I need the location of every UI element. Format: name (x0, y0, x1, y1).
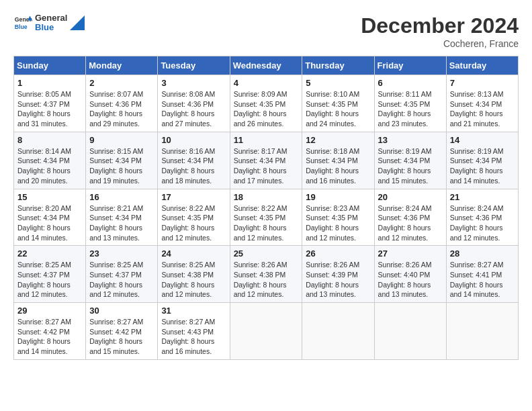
cell-info: Sunrise: 8:20 AM Sunset: 4:34 PM Dayligh… (17, 203, 82, 243)
cell-info: Sunrise: 8:19 AM Sunset: 4:34 PM Dayligh… (378, 146, 443, 186)
calendar-cell: 6 Sunrise: 8:11 AM Sunset: 4:35 PM Dayli… (374, 75, 446, 132)
cell-info: Sunrise: 8:16 AM Sunset: 4:34 PM Dayligh… (161, 146, 226, 186)
day-number: 11 (234, 135, 299, 145)
location: Cocheren, France (361, 38, 519, 49)
weekday-header-monday: Monday (86, 56, 158, 75)
cell-info: Sunrise: 8:26 AM Sunset: 4:40 PM Dayligh… (378, 260, 443, 300)
logo-general-text: General (35, 13, 67, 23)
calendar-week-4: 22 Sunrise: 8:25 AM Sunset: 4:37 PM Dayl… (14, 246, 519, 303)
day-number: 28 (450, 248, 515, 259)
day-number: 30 (89, 306, 154, 316)
calendar-cell (302, 303, 374, 360)
calendar-cell: 10 Sunrise: 8:16 AM Sunset: 4:34 PM Dayl… (158, 132, 230, 189)
day-number: 16 (89, 192, 154, 202)
cell-info: Sunrise: 8:25 AM Sunset: 4:37 PM Dayligh… (17, 260, 82, 300)
day-number: 1 (17, 78, 82, 88)
cell-info: Sunrise: 8:27 AM Sunset: 4:43 PM Dayligh… (161, 317, 226, 357)
day-number: 20 (378, 192, 443, 202)
cell-info: Sunrise: 8:13 AM Sunset: 4:34 PM Dayligh… (450, 89, 515, 129)
logo-blue-text: Blue (35, 23, 67, 32)
weekday-header-sunday: Sunday (14, 56, 86, 75)
cell-info: Sunrise: 8:14 AM Sunset: 4:34 PM Dayligh… (17, 146, 82, 186)
cell-info: Sunrise: 8:15 AM Sunset: 4:34 PM Dayligh… (89, 146, 154, 186)
day-number: 21 (450, 192, 515, 202)
calendar-cell: 1 Sunrise: 8:05 AM Sunset: 4:37 PM Dayli… (14, 75, 86, 132)
day-number: 26 (306, 248, 370, 259)
calendar-cell: 2 Sunrise: 8:07 AM Sunset: 4:36 PM Dayli… (86, 75, 158, 132)
calendar-cell: 12 Sunrise: 8:18 AM Sunset: 4:34 PM Dayl… (302, 132, 374, 189)
calendar-cell: 18 Sunrise: 8:22 AM Sunset: 4:35 PM Dayl… (230, 189, 302, 246)
cell-info: Sunrise: 8:27 AM Sunset: 4:42 PM Dayligh… (17, 317, 82, 357)
day-number: 24 (161, 248, 226, 259)
day-number: 29 (17, 306, 82, 316)
calendar-table: SundayMondayTuesdayWednesdayThursdayFrid… (13, 56, 519, 360)
day-number: 8 (17, 135, 82, 145)
cell-info: Sunrise: 8:22 AM Sunset: 4:35 PM Dayligh… (234, 203, 299, 243)
day-number: 4 (234, 78, 299, 88)
day-number: 25 (234, 248, 299, 259)
weekday-header-saturday: Saturday (446, 56, 518, 75)
day-number: 10 (161, 135, 226, 145)
calendar-cell: 4 Sunrise: 8:09 AM Sunset: 4:35 PM Dayli… (230, 75, 302, 132)
calendar-cell: 13 Sunrise: 8:19 AM Sunset: 4:34 PM Dayl… (374, 132, 446, 189)
weekday-header-wednesday: Wednesday (230, 56, 302, 75)
day-number: 31 (161, 306, 226, 316)
calendar-cell: 25 Sunrise: 8:26 AM Sunset: 4:38 PM Dayl… (230, 246, 302, 303)
calendar-cell: 11 Sunrise: 8:17 AM Sunset: 4:34 PM Dayl… (230, 132, 302, 189)
calendar-cell (230, 303, 302, 360)
weekday-header-thursday: Thursday (302, 56, 374, 75)
cell-info: Sunrise: 8:27 AM Sunset: 4:42 PM Dayligh… (89, 317, 154, 357)
day-number: 14 (450, 135, 515, 145)
cell-info: Sunrise: 8:07 AM Sunset: 4:36 PM Dayligh… (89, 89, 154, 129)
calendar-cell: 8 Sunrise: 8:14 AM Sunset: 4:34 PM Dayli… (14, 132, 86, 189)
calendar-cell: 27 Sunrise: 8:26 AM Sunset: 4:40 PM Dayl… (374, 246, 446, 303)
cell-info: Sunrise: 8:11 AM Sunset: 4:35 PM Dayligh… (378, 89, 443, 129)
weekday-header-friday: Friday (374, 56, 446, 75)
cell-info: Sunrise: 8:25 AM Sunset: 4:37 PM Dayligh… (89, 260, 154, 300)
calendar-cell: 9 Sunrise: 8:15 AM Sunset: 4:34 PM Dayli… (86, 132, 158, 189)
day-number: 12 (306, 135, 370, 145)
day-number: 3 (161, 78, 226, 88)
calendar-week-2: 8 Sunrise: 8:14 AM Sunset: 4:34 PM Dayli… (14, 132, 519, 189)
calendar-cell: 16 Sunrise: 8:21 AM Sunset: 4:34 PM Dayl… (86, 189, 158, 246)
calendar-cell: 7 Sunrise: 8:13 AM Sunset: 4:34 PM Dayli… (446, 75, 518, 132)
day-number: 9 (89, 135, 154, 145)
logo-icon: General Blue (13, 13, 32, 32)
day-number: 22 (17, 248, 82, 259)
day-number: 19 (306, 192, 370, 202)
calendar-cell: 15 Sunrise: 8:20 AM Sunset: 4:34 PM Dayl… (14, 189, 86, 246)
calendar-cell: 30 Sunrise: 8:27 AM Sunset: 4:42 PM Dayl… (86, 303, 158, 360)
day-number: 13 (378, 135, 443, 145)
cell-info: Sunrise: 8:26 AM Sunset: 4:38 PM Dayligh… (234, 260, 299, 300)
svg-marker-3 (70, 15, 85, 30)
day-number: 18 (234, 192, 299, 202)
day-number: 6 (378, 78, 443, 88)
cell-info: Sunrise: 8:09 AM Sunset: 4:35 PM Dayligh… (234, 89, 299, 129)
calendar-cell: 17 Sunrise: 8:22 AM Sunset: 4:35 PM Dayl… (158, 189, 230, 246)
calendar-cell: 14 Sunrise: 8:19 AM Sunset: 4:34 PM Dayl… (446, 132, 518, 189)
calendar-cell: 26 Sunrise: 8:26 AM Sunset: 4:39 PM Dayl… (302, 246, 374, 303)
calendar-cell (446, 303, 518, 360)
calendar-cell: 29 Sunrise: 8:27 AM Sunset: 4:42 PM Dayl… (14, 303, 86, 360)
logo-triangle-icon (70, 15, 85, 30)
calendar-cell: 28 Sunrise: 8:27 AM Sunset: 4:41 PM Dayl… (446, 246, 518, 303)
calendar-cell: 5 Sunrise: 8:10 AM Sunset: 4:35 PM Dayli… (302, 75, 374, 132)
cell-info: Sunrise: 8:17 AM Sunset: 4:34 PM Dayligh… (234, 146, 299, 186)
cell-info: Sunrise: 8:08 AM Sunset: 4:36 PM Dayligh… (161, 89, 226, 129)
cell-info: Sunrise: 8:22 AM Sunset: 4:35 PM Dayligh… (161, 203, 226, 243)
cell-info: Sunrise: 8:05 AM Sunset: 4:37 PM Dayligh… (17, 89, 82, 129)
weekday-header-tuesday: Tuesday (158, 56, 230, 75)
calendar-cell (374, 303, 446, 360)
cell-info: Sunrise: 8:27 AM Sunset: 4:41 PM Dayligh… (450, 260, 515, 300)
cell-info: Sunrise: 8:23 AM Sunset: 4:35 PM Dayligh… (306, 203, 370, 243)
day-number: 17 (161, 192, 226, 202)
cell-info: Sunrise: 8:19 AM Sunset: 4:34 PM Dayligh… (450, 146, 515, 186)
calendar-week-3: 15 Sunrise: 8:20 AM Sunset: 4:34 PM Dayl… (14, 189, 519, 246)
svg-text:Blue: Blue (15, 24, 28, 30)
month-title: December 2024 (361, 13, 519, 38)
calendar-cell: 23 Sunrise: 8:25 AM Sunset: 4:37 PM Dayl… (86, 246, 158, 303)
cell-info: Sunrise: 8:10 AM Sunset: 4:35 PM Dayligh… (306, 89, 370, 129)
logo: General Blue General Blue (13, 13, 85, 33)
calendar-cell: 3 Sunrise: 8:08 AM Sunset: 4:36 PM Dayli… (158, 75, 230, 132)
day-number: 15 (17, 192, 82, 202)
